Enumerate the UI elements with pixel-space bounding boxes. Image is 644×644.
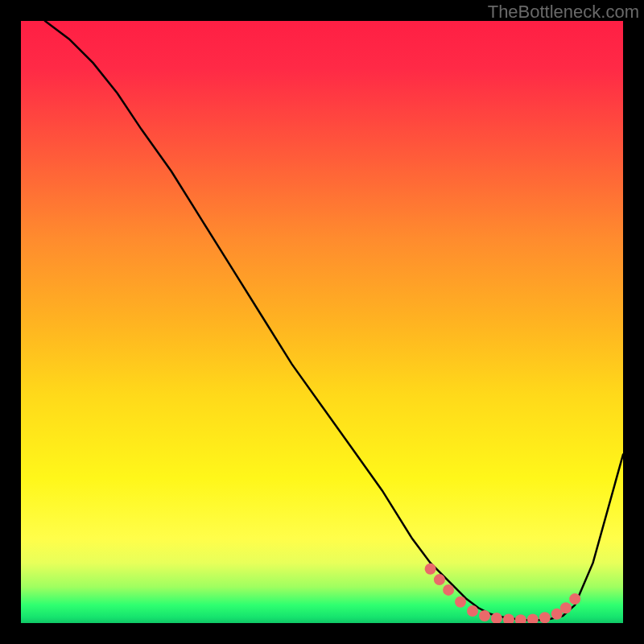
highlight-dot [551,609,563,620]
highlight-dot [539,612,551,623]
highlight-dot [467,605,478,617]
highlight-dot [455,597,466,608]
highlight-dot [569,593,580,605]
highlight-dot [515,614,526,623]
highlight-dot [443,584,454,596]
highlight-dots [425,564,581,623]
highlight-dot [503,614,514,624]
plot-area [21,21,623,623]
highlight-dot [425,564,436,575]
highlight-dot [560,602,572,613]
watermark-text: TheBottleneck.com [488,2,639,23]
highlight-dot [491,613,502,623]
highlight-dot [479,610,490,621]
highlight-dot [434,574,445,585]
highlight-dot [527,614,539,624]
chart-frame: TheBottleneck.com [0,0,644,644]
curve-svg [21,21,623,623]
bottleneck-curve [45,21,623,620]
